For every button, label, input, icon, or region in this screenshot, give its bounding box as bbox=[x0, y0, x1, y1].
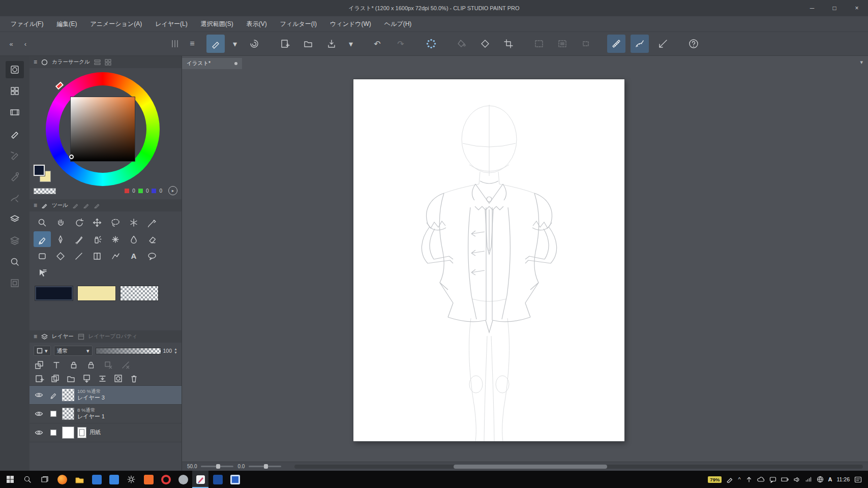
clip-to-layer-below-icon[interactable] bbox=[35, 360, 44, 370]
layer-row-paper[interactable]: 用紙 bbox=[29, 423, 182, 442]
auto-select-tool[interactable] bbox=[125, 215, 142, 230]
blend-tool[interactable] bbox=[125, 231, 142, 247]
panel-drag-grip[interactable] bbox=[172, 40, 178, 47]
snap-ruler-button[interactable] bbox=[607, 35, 625, 53]
navigator-palette-button[interactable] bbox=[6, 253, 24, 270]
operation-palette-button[interactable] bbox=[6, 61, 24, 78]
layer-palette-dropdown[interactable]: ▾ bbox=[34, 346, 51, 356]
ruler-tool[interactable] bbox=[52, 248, 69, 264]
layer-row-3[interactable]: 100 %通常 レイヤー 3 bbox=[29, 386, 182, 405]
taskbar-app-gray[interactable] bbox=[175, 471, 191, 488]
transfer-layer-icon[interactable] bbox=[82, 374, 92, 383]
lock-layer-icon[interactable] bbox=[69, 360, 78, 370]
subtool-tab-icon-3[interactable] bbox=[94, 202, 100, 209]
eyedropper-tool[interactable] bbox=[143, 215, 161, 230]
undo-button[interactable]: ↶ bbox=[368, 35, 386, 53]
saturation-value-square[interactable] bbox=[70, 97, 135, 162]
transparent-large-swatch[interactable] bbox=[120, 286, 159, 301]
eraser-tool[interactable] bbox=[143, 231, 161, 247]
new-layer-icon[interactable] bbox=[35, 374, 44, 383]
taskbar-app-blue-4[interactable] bbox=[227, 471, 243, 488]
taskbar-app-blue-3[interactable] bbox=[209, 471, 226, 488]
polyline-tool[interactable] bbox=[107, 248, 124, 264]
redo-button[interactable]: ↷ bbox=[392, 35, 410, 53]
brush-tool[interactable] bbox=[70, 231, 87, 247]
menu-edit[interactable]: 編集(E) bbox=[50, 16, 83, 32]
upload-tray-icon[interactable] bbox=[745, 476, 753, 483]
pen-tray-icon[interactable] bbox=[726, 476, 733, 483]
taskbar-search-button[interactable] bbox=[19, 471, 36, 488]
draft-layer-icon[interactable] bbox=[52, 360, 61, 370]
taskbar-app-blue-2[interactable] bbox=[106, 471, 122, 488]
menu-view[interactable]: 表示(V) bbox=[240, 16, 274, 32]
brush-palette-button[interactable] bbox=[6, 125, 24, 142]
color-slider-tab-icon[interactable] bbox=[94, 59, 101, 66]
layer-thumbnail[interactable] bbox=[62, 408, 74, 420]
timeline-palette-button[interactable] bbox=[6, 104, 24, 121]
battery-indicator[interactable]: 79% bbox=[708, 476, 722, 483]
gradient-button[interactable] bbox=[476, 35, 494, 53]
maximize-button[interactable]: □ bbox=[823, 0, 846, 16]
fill-button[interactable] bbox=[453, 35, 471, 53]
visibility-eye-icon[interactable] bbox=[33, 410, 45, 417]
hand-tool[interactable] bbox=[52, 215, 69, 230]
collapse-canvas-header-button[interactable]: ▾ bbox=[860, 59, 863, 66]
main-color-swatch[interactable] bbox=[34, 165, 45, 176]
subtool-tab-icon-2[interactable] bbox=[83, 202, 89, 209]
figure-tool[interactable] bbox=[34, 248, 51, 264]
taskbar-app-firefox[interactable] bbox=[54, 471, 70, 488]
visibility-eye-icon[interactable] bbox=[33, 391, 45, 399]
menu-filter[interactable]: フィルター(I) bbox=[274, 16, 323, 32]
layers-palette-button[interactable] bbox=[6, 210, 24, 228]
select-filled-button[interactable] bbox=[553, 35, 572, 53]
help-button[interactable] bbox=[684, 35, 703, 53]
rotation-slider[interactable] bbox=[249, 466, 281, 467]
text-tool[interactable]: A bbox=[125, 248, 142, 264]
open-file-button[interactable] bbox=[299, 35, 317, 53]
rotate-tool[interactable] bbox=[70, 215, 87, 230]
frame-border-tool[interactable] bbox=[88, 248, 106, 264]
menu-layer[interactable]: レイヤー(L) bbox=[148, 16, 194, 32]
lasso-select-tool[interactable] bbox=[107, 215, 124, 230]
taskbar-app-explorer[interactable] bbox=[71, 471, 87, 488]
airbrush-tool[interactable] bbox=[88, 231, 106, 247]
chat-tray-icon[interactable] bbox=[769, 476, 776, 483]
color-set-tab-icon[interactable] bbox=[105, 59, 111, 66]
pattern-palette-button[interactable] bbox=[6, 82, 24, 100]
subtool-tab-icon-1[interactable] bbox=[72, 202, 79, 209]
material-palette-button[interactable] bbox=[6, 274, 24, 292]
battery-tray-icon[interactable] bbox=[781, 476, 789, 482]
layer-property-tab-icon[interactable] bbox=[78, 333, 84, 340]
menu-window[interactable]: ウィンドウ(W) bbox=[323, 16, 378, 32]
collapse-all-panels-button[interactable]: « bbox=[4, 40, 18, 48]
layer-row-1[interactable]: 8 %通常 レイヤー 1 bbox=[29, 405, 182, 423]
scrollbar-thumb[interactable] bbox=[454, 465, 607, 469]
layer-name[interactable]: 用紙 bbox=[89, 429, 101, 436]
save-dropdown-button[interactable]: ▾ bbox=[346, 35, 356, 53]
select-rectangle-button[interactable] bbox=[530, 35, 548, 53]
ruler-layer-icon[interactable] bbox=[121, 360, 130, 370]
document-tab[interactable]: イラスト* bbox=[182, 58, 242, 69]
speaker-icon[interactable] bbox=[793, 476, 800, 483]
menu-animation[interactable]: アニメーション(A) bbox=[83, 16, 148, 32]
delete-layer-icon[interactable] bbox=[129, 374, 139, 383]
network-bars-icon[interactable] bbox=[805, 476, 812, 482]
new-canvas-button[interactable] bbox=[276, 35, 294, 53]
snap-special-ruler-button[interactable] bbox=[631, 35, 649, 53]
horizontal-scrollbar[interactable] bbox=[294, 465, 863, 469]
merge-layer-icon[interactable] bbox=[98, 374, 107, 383]
pencil-tool-selected[interactable] bbox=[34, 231, 51, 247]
opacity-spinner[interactable]: ▲ ▼ bbox=[174, 347, 177, 354]
layer-thumbnail[interactable] bbox=[62, 389, 74, 401]
curve-pen-palette-button[interactable] bbox=[6, 189, 24, 206]
ime-indicator[interactable]: A bbox=[828, 476, 832, 482]
lock-transparent-pixels-icon[interactable] bbox=[86, 360, 96, 370]
clip-studio-logo-button[interactable] bbox=[245, 35, 263, 53]
select-small-button[interactable] bbox=[577, 35, 595, 53]
main-color-large-swatch[interactable] bbox=[35, 286, 73, 301]
menu-help[interactable]: ヘルプ(H) bbox=[378, 16, 418, 32]
color-panel-menu-button[interactable]: ≡ bbox=[34, 58, 37, 66]
crop-button[interactable] bbox=[499, 35, 518, 53]
snap-grid-button[interactable] bbox=[654, 35, 672, 53]
taskbar-app-blue-1[interactable] bbox=[88, 471, 105, 488]
